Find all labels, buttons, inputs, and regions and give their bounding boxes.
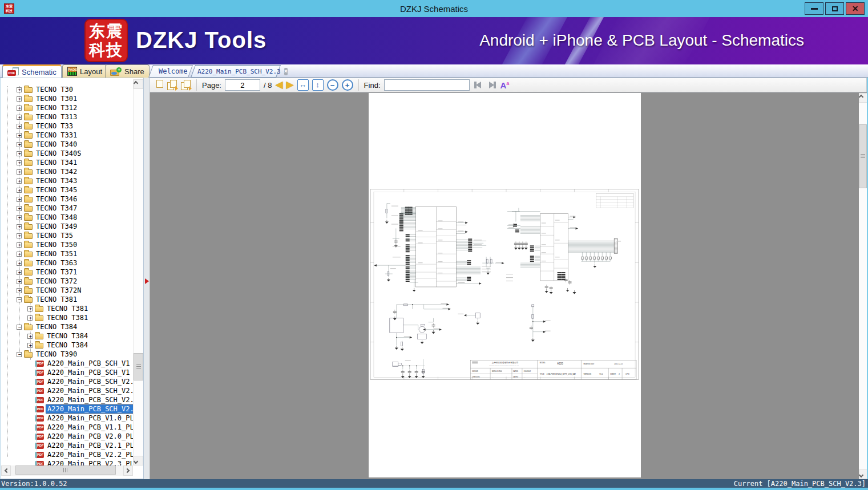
tree-item[interactable]: −TECNO T381 [1, 295, 133, 304]
tree-item[interactable]: PDFA220_Main_PCB_V2.3_PLACEME [1, 459, 133, 465]
expand-icon[interactable]: + [17, 270, 22, 275]
tree-item[interactable]: +TECNO T349 [1, 222, 133, 231]
expand-icon[interactable]: + [17, 206, 22, 211]
maximize-button[interactable] [825, 2, 844, 15]
tree-item[interactable]: PDFA220_Main_PCB_V1.0_PLACEME [1, 414, 133, 423]
expand-icon[interactable]: + [27, 306, 33, 311]
expand-icon[interactable]: + [17, 96, 22, 102]
find-next-icon[interactable] [487, 81, 497, 89]
expand-icon[interactable]: + [17, 133, 22, 138]
expand-icon[interactable]: + [17, 115, 22, 120]
tree-item[interactable]: +TECNO T341 [1, 158, 133, 167]
expand-icon[interactable]: + [17, 188, 22, 193]
fit-page-icon[interactable]: ↕ [312, 79, 324, 91]
pdf-viewer[interactable]: 上海锐嘉科通信技术有限公司 Shanghai Ragentek Communic… [150, 92, 867, 479]
tree-item[interactable]: +TECNO T33 [1, 122, 133, 131]
previous-page-icon[interactable]: ◀ [275, 79, 282, 91]
expand-icon[interactable]: + [17, 252, 22, 257]
expand-icon[interactable]: + [17, 124, 22, 129]
tree-item[interactable]: PDFA220_Main_PCB_V2.2_PLACEME [1, 450, 133, 459]
export-pages-icon[interactable] [181, 80, 191, 91]
minimize-button[interactable] [805, 2, 823, 15]
tree-hscrollbar-thumb[interactable] [15, 465, 116, 475]
tree-item[interactable]: PDFA220_Main_PCB_SCH_V2.0 [1, 377, 133, 386]
doc-tab-close-icon[interactable]: × [284, 68, 288, 75]
doc-tab-document[interactable]: A220_Main_PCB_SCH_V2.3 × [193, 65, 278, 78]
tree-item[interactable]: PDFA220_Main_PCB_V1.1_PLACEME [1, 423, 133, 432]
collapse-icon[interactable]: − [17, 352, 22, 357]
expand-icon[interactable]: + [17, 87, 22, 92]
expand-icon[interactable]: + [17, 215, 22, 220]
expand-icon[interactable]: + [27, 334, 33, 339]
expand-icon[interactable]: + [17, 179, 22, 184]
tree-vertical-scrollbar[interactable] [133, 79, 143, 465]
tree-item[interactable]: PDFA220_Main_PCB_SCH_V2.1 [1, 386, 133, 395]
tree-item[interactable]: +TECNO T363 [1, 258, 133, 268]
expand-icon[interactable]: + [17, 224, 22, 229]
close-button[interactable]: ✕ [846, 2, 865, 15]
expand-icon[interactable]: + [17, 288, 22, 293]
tab-layout[interactable]: PADS Layout [62, 64, 107, 78]
collapse-icon[interactable]: − [17, 297, 22, 302]
find-previous-icon[interactable] [473, 81, 483, 89]
tree-item[interactable]: PDFA220_Main_PCB_SCH_V1 1 [1, 368, 133, 377]
scrollbar-track[interactable] [11, 465, 123, 476]
expand-icon[interactable]: + [17, 261, 22, 266]
tree-item[interactable]: +TECNO T372 [1, 277, 133, 286]
tree-item[interactable]: +TECNO T346 [1, 195, 133, 204]
tree-item[interactable]: +TECNO T347 [1, 204, 133, 213]
expand-icon[interactable]: + [17, 197, 22, 202]
tree-item[interactable]: +TECNO T340S [1, 149, 133, 158]
tree-scrollbar-thumb[interactable] [134, 353, 143, 380]
tree-item[interactable]: PDFA220_Main_PCB_SCH_V1 0 [1, 359, 133, 368]
scroll-up-button[interactable] [134, 79, 143, 89]
tree-item[interactable]: +TECNO T384 [1, 331, 133, 341]
expand-icon[interactable]: + [17, 169, 22, 175]
expand-icon[interactable]: + [17, 151, 22, 156]
panel-splitter[interactable] [144, 78, 150, 479]
expand-icon[interactable]: + [17, 106, 22, 111]
tree-item[interactable]: +TECNO T372N [1, 286, 133, 295]
tree-item[interactable]: +TECNO T342 [1, 167, 133, 176]
copy-page-icon[interactable] [154, 80, 164, 91]
zoom-in-icon[interactable]: + [342, 79, 353, 91]
tree-item[interactable]: PDFA220_Main_PCB_V2.0_PLACEME [1, 432, 133, 441]
tree-item[interactable]: +TECNO T381 [1, 304, 133, 313]
match-case-icon[interactable]: Aa [500, 80, 510, 90]
next-page-icon[interactable]: ▶ [286, 79, 294, 91]
tree-item[interactable]: −TECNO T390 [1, 350, 133, 359]
tree-horizontal-scrollbar[interactable] [1, 465, 133, 476]
tree-item[interactable]: +TECNO T340 [1, 140, 133, 149]
scroll-up-button[interactable] [859, 93, 867, 103]
tree-item[interactable]: +TECNO T301 [1, 94, 133, 103]
scroll-down-button[interactable] [134, 456, 143, 465]
tree-item[interactable]: +TECNO T331 [1, 131, 133, 140]
find-input[interactable] [384, 79, 470, 91]
fit-width-icon[interactable]: ↔ [297, 79, 309, 91]
scroll-left-button[interactable] [1, 465, 11, 476]
expand-icon[interactable]: + [17, 233, 22, 238]
tree-item[interactable]: +TECNO T313 [1, 112, 133, 122]
expand-icon[interactable]: + [17, 142, 22, 147]
tree-item[interactable]: +TECNO T371 [1, 268, 133, 277]
tree-item[interactable]: +TECNO T351 [1, 249, 133, 258]
tree-item[interactable]: −TECNO T384 [1, 322, 133, 331]
tree-item[interactable]: +TECNO T35 [1, 231, 133, 240]
tab-share[interactable]: + Share [105, 64, 150, 78]
page-number-input[interactable] [225, 79, 260, 91]
tree-item[interactable]: +TECNO T348 [1, 213, 133, 222]
splitter-collapse-icon[interactable] [145, 278, 149, 284]
tree-item[interactable]: +TECNO T345 [1, 185, 133, 195]
tree-item[interactable]: +TECNO T343 [1, 176, 133, 185]
tree-item[interactable]: +TECNO T30 [1, 85, 133, 94]
zoom-out-icon[interactable]: − [327, 79, 338, 91]
copy-pages-icon[interactable] [167, 80, 177, 91]
tree-item[interactable]: PDFA220_Main_PCB_V2.1_PLACEME [1, 441, 133, 450]
tree-item[interactable]: +TECNO T384 [1, 341, 133, 350]
expand-icon[interactable]: + [27, 315, 33, 321]
pdf-vertical-scrollbar[interactable] [859, 93, 867, 479]
expand-icon[interactable]: + [17, 160, 22, 165]
expand-icon[interactable]: + [27, 343, 33, 348]
tree-item[interactable]: +TECNO T381 [1, 313, 133, 322]
tree-item[interactable]: PDFA220_Main_PCB_SCH_V2.3 [1, 404, 133, 414]
